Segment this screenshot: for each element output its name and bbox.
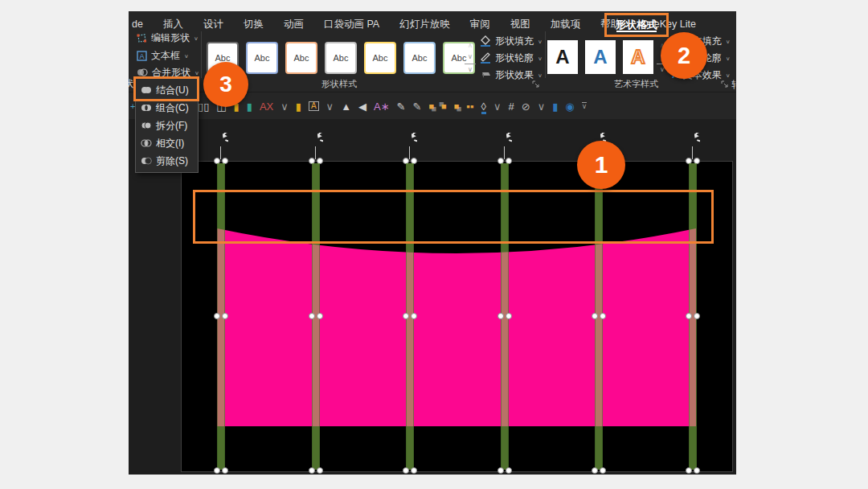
eyedropper-icon[interactable]: ✎ <box>397 101 406 112</box>
powerpoint-window: de插入设计切换动画口袋动画 PA幻灯片放映审阅视图加载项帮助OneKey Li… <box>129 11 736 475</box>
yellow-bar2-icon[interactable]: ▮ <box>296 101 301 112</box>
gallery-up-icon[interactable]: ∧ <box>465 40 476 51</box>
menu-tab[interactable]: 视图 <box>510 18 530 31</box>
green-bar-shape[interactable] <box>685 133 701 475</box>
more-tools-icon[interactable]: ∨ <box>582 102 588 110</box>
send-back-icon[interactable]: ■ <box>454 102 460 111</box>
shape-fill-icon <box>480 35 491 47</box>
selection-handles-middle[interactable] <box>402 313 418 319</box>
svg-text:A: A <box>139 52 144 60</box>
edit-shape-icon <box>137 33 147 43</box>
eyedropper2-icon[interactable]: ✎ <box>412 101 421 112</box>
edit-shape-button[interactable]: 编辑形状 ∨ <box>137 30 199 46</box>
chevron-down-icon[interactable]: ∨ <box>326 101 334 112</box>
menu-tab[interactable]: de <box>132 18 143 30</box>
green-bar-shape[interactable] <box>402 133 418 475</box>
group-divider <box>545 31 546 78</box>
shape-style-thumb[interactable]: Abc <box>325 42 357 74</box>
group-label-shape-styles: 形状样式 <box>321 78 357 90</box>
menu-tab[interactable]: 插入 <box>163 18 183 31</box>
crop-icon[interactable]: # <box>509 101 514 112</box>
blue-circle-icon[interactable]: ◉ <box>565 101 574 112</box>
menu-item-intersect[interactable]: 相交(I) <box>136 134 198 152</box>
selection-handles-bottom[interactable] <box>591 467 607 474</box>
menu-item-fragment[interactable]: 拆分(F) <box>136 117 198 134</box>
chevron-down-icon: ∨ <box>538 72 542 77</box>
shape-style-thumb[interactable]: Abc <box>364 42 396 74</box>
chevron-down-icon[interactable]: ∨ <box>280 101 289 112</box>
chevron-down-icon: ∨ <box>538 38 542 43</box>
chevron-down-icon: ∨ <box>726 38 731 43</box>
green-bar-shape[interactable] <box>497 133 513 475</box>
gallery-more-icon[interactable]: ∨ <box>465 64 476 75</box>
selection-handles-middle[interactable] <box>685 313 701 319</box>
chevron-down-icon: ∨ <box>194 35 199 40</box>
menu-tab[interactable]: 审阅 <box>470 18 490 31</box>
bring-front-icon[interactable]: ■ <box>441 102 447 111</box>
selection-handles-middle[interactable] <box>308 313 324 319</box>
menu-tab[interactable]: 设计 <box>203 18 223 31</box>
selection-handles-middle[interactable] <box>591 313 607 319</box>
shape-fill-button[interactable]: 形状填充 ∨ <box>480 33 542 49</box>
tab-shape-format[interactable]: 形状格式 <box>604 13 669 37</box>
dialog-launcher-icon[interactable] <box>532 80 540 88</box>
wordart-style-2[interactable]: A <box>585 40 616 74</box>
textbox-button[interactable]: A 文本框 ∨ <box>137 47 189 64</box>
shape-style-thumb[interactable]: Abc <box>403 42 436 74</box>
shape-style-thumb[interactable]: Abc <box>246 42 278 74</box>
selection-handles-middle[interactable] <box>213 313 229 319</box>
wordart-style-3[interactable]: A <box>623 40 653 74</box>
flip-icon[interactable]: ▲ <box>341 101 351 112</box>
dialog-launcher-icon[interactable] <box>721 80 729 88</box>
chevron-down-icon: ∨ <box>726 72 731 77</box>
gallery-scroll-arrows: ∧ ∨ ∨ <box>465 40 476 75</box>
blue-bar-icon[interactable]: ▮ <box>552 101 558 112</box>
step-badge-2: 2 <box>661 32 707 79</box>
selection-handles-bottom[interactable] <box>308 467 324 474</box>
small-squares-icon[interactable]: ▪▪ <box>466 101 473 112</box>
selection-handles-bottom[interactable] <box>213 467 229 474</box>
fragment-icon <box>141 121 152 130</box>
rotate-handle-icon[interactable] <box>214 133 228 147</box>
rotate-handle-icon[interactable] <box>686 133 700 147</box>
green-bar-shape[interactable] <box>213 133 229 475</box>
back-triangle-icon[interactable]: ◀ <box>358 101 366 112</box>
chevron-down-icon: ∨ <box>194 69 199 75</box>
menu-item-subtract[interactable]: 剪除(S) <box>136 152 198 170</box>
textbox-icon: A <box>137 51 147 61</box>
menu-tab[interactable]: 幻灯片放映 <box>399 18 450 31</box>
chevron-down-icon: ∨ <box>726 55 731 60</box>
rotate-handle-icon[interactable] <box>497 133 512 147</box>
menu-item-combine[interactable]: 组合(C) <box>136 99 198 117</box>
format-eraser-icon[interactable]: A∗ <box>374 101 390 112</box>
green-bar-shape[interactable] <box>308 133 324 475</box>
clipped-group-label: 转 <box>731 78 736 92</box>
wordart-style-1[interactable]: A <box>547 40 578 74</box>
combine-icon <box>141 103 152 113</box>
highlight-box-union <box>133 76 199 101</box>
selection-handles-bottom[interactable] <box>497 467 513 474</box>
chevron-down-icon[interactable]: ∨ <box>493 101 502 112</box>
chevron-down-icon[interactable]: ∨ <box>538 101 546 112</box>
selection-handles-bottom[interactable] <box>685 467 701 474</box>
menu-tab[interactable]: 动画 <box>284 18 304 31</box>
menu-tab[interactable]: 加载项 <box>551 18 581 31</box>
distribute-horizontal-icon[interactable]: ▯▯ <box>198 101 209 112</box>
shape-style-thumb[interactable]: Abc <box>285 42 317 74</box>
animation-text-icon[interactable]: AX <box>260 101 273 112</box>
gallery-down-icon[interactable]: ∨ <box>465 51 476 63</box>
subtract-icon <box>141 156 152 166</box>
menu-tab[interactable]: 口袋动画 PA <box>324 18 379 31</box>
textbox-tool-icon[interactable]: A <box>309 101 319 111</box>
teal-bar-icon[interactable]: ▮ <box>247 101 252 112</box>
rotate-handle-icon[interactable] <box>309 133 323 147</box>
bring-forward-icon[interactable]: ■ <box>428 102 434 111</box>
rotate-handle-icon[interactable] <box>403 133 417 147</box>
menu-tab[interactable]: 切换 <box>244 18 264 31</box>
selection-handles-bottom[interactable] <box>402 467 418 474</box>
shape-outline-button[interactable]: 形状轮廓 ∨ <box>480 50 542 66</box>
no-outline-icon[interactable]: ⊘ <box>522 101 530 112</box>
selection-handles-middle[interactable] <box>497 313 513 319</box>
fill-bucket-icon[interactable]: ◊ <box>481 101 486 112</box>
highlight-box-curve-region <box>193 190 714 244</box>
